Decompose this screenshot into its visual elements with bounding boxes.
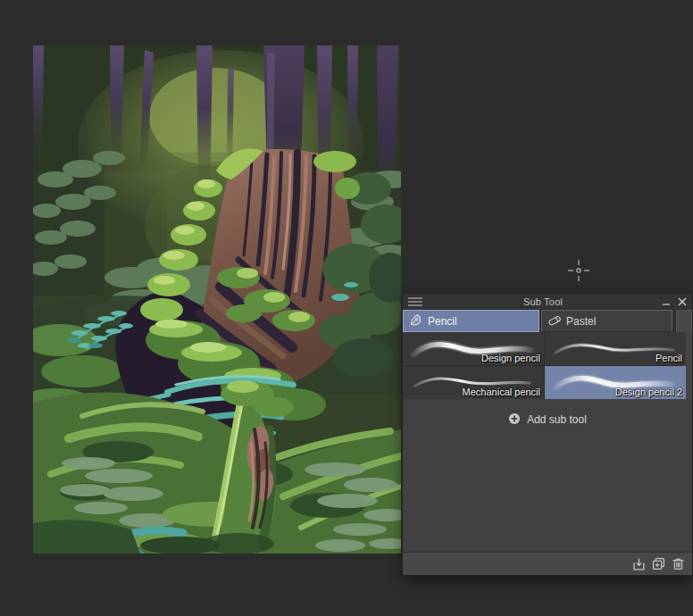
register-sub-tool-icon[interactable]	[632, 557, 646, 570]
panel-title: Sub Tool	[424, 296, 662, 307]
panel-titlebar: Sub Tool	[403, 294, 692, 309]
brush-list-empty-area	[403, 429, 692, 552]
tab-pencil[interactable]: Pencil	[403, 310, 539, 332]
tool-tab-bar: Pencil Pastel	[403, 309, 692, 332]
brush-design-pencil[interactable]: Design pencil	[403, 332, 544, 365]
duplicate-sub-tool-icon[interactable]	[652, 557, 665, 570]
canvas[interactable]	[33, 46, 401, 554]
brush-label: Design pencil 2	[615, 387, 682, 397]
brush-label: Pencil	[655, 353, 682, 363]
brush-design-pencil-2[interactable]: Design pencil 2	[545, 366, 686, 399]
brush-pencil[interactable]: Pencil	[545, 332, 686, 365]
subtool-panel: Sub Tool Pencil	[402, 293, 693, 576]
panel-footer	[403, 552, 692, 575]
close-icon[interactable]	[678, 297, 687, 306]
painting-svg	[33, 46, 401, 554]
delete-sub-tool-icon[interactable]	[672, 557, 685, 570]
brush-label: Design pencil	[481, 353, 540, 363]
tab-strip-filler	[676, 310, 692, 332]
add-sub-tool-label: Add sub tool	[527, 413, 587, 426]
brush-crosshair-cursor	[567, 259, 590, 282]
minimize-icon[interactable]	[662, 297, 671, 306]
brush-mechanical-pencil[interactable]: Mechanical pencil	[403, 366, 544, 399]
add-sub-tool-button[interactable]: Add sub tool	[403, 410, 692, 429]
brush-label: Mechanical pencil	[463, 387, 540, 397]
panel-menu-icon[interactable]	[408, 296, 424, 307]
tab-pastel[interactable]: Pastel	[541, 310, 672, 332]
tab-label: Pencil	[428, 315, 457, 328]
pen-nib-icon	[409, 312, 423, 329]
pastel-stick-icon	[547, 312, 562, 329]
tab-label: Pastel	[566, 315, 596, 328]
plus-circle-icon	[508, 412, 521, 428]
brush-list: Design pencil Pencil	[403, 332, 692, 399]
